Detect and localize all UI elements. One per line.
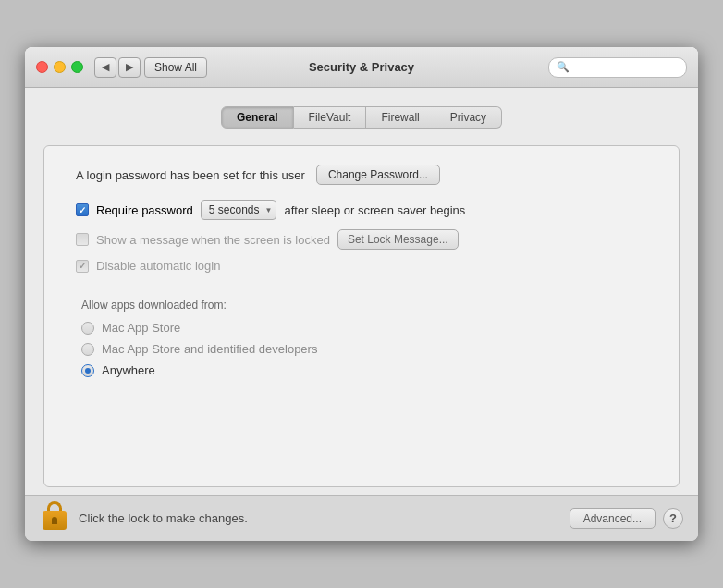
tab-filevault[interactable]: FileVault — [294, 106, 367, 129]
traffic-lights — [36, 61, 83, 73]
maximize-button[interactable] — [71, 61, 83, 73]
dropdown-value: 5 seconds — [209, 203, 260, 216]
tab-general[interactable]: General — [221, 106, 294, 129]
allow-apps-section: Allow apps downloaded from: Mac App Stor… — [67, 299, 656, 377]
lock-icon[interactable] — [40, 501, 69, 536]
radio-anywhere-label: Anywhere — [102, 363, 155, 377]
change-password-button[interactable]: Change Password... — [316, 165, 440, 185]
radio-anywhere-btn[interactable] — [81, 364, 94, 377]
search-input[interactable] — [573, 61, 679, 74]
tab-firewall[interactable]: Firewall — [366, 106, 435, 129]
disable-auto-login-checkbox[interactable] — [76, 260, 89, 273]
security-privacy-window: ◀ ▶ Show All Security & Privacy 🔍 Genera… — [25, 47, 698, 541]
advanced-button[interactable]: Advanced... — [570, 508, 656, 529]
screen-lock-checkbox[interactable] — [76, 233, 89, 246]
back-button[interactable]: ◀ — [94, 57, 116, 78]
lock-icon-area: Click the lock to make changes. — [40, 501, 570, 536]
allow-apps-label: Allow apps downloaded from: — [81, 299, 656, 312]
bottom-bar: Click the lock to make changes. Advanced… — [25, 495, 698, 541]
radio-mac-app-store-identified[interactable]: Mac App Store and identified developers — [81, 342, 656, 356]
screen-lock-row: Show a message when the screen is locked… — [67, 229, 656, 250]
help-button[interactable]: ? — [663, 508, 683, 529]
password-timeout-dropdown[interactable]: 5 seconds ▼ — [201, 200, 277, 220]
title-bar: ◀ ▶ Show All Security & Privacy 🔍 — [25, 47, 698, 88]
lock-body — [43, 511, 67, 530]
minimize-button[interactable] — [54, 61, 66, 73]
search-box[interactable]: 🔍 — [548, 57, 687, 78]
set-lock-message-button[interactable]: Set Lock Message... — [337, 229, 459, 250]
radio-mac-app-store-identified-btn[interactable] — [81, 343, 94, 356]
lock-shackle — [47, 501, 62, 512]
disable-auto-login-label: Disable automatic login — [96, 259, 220, 273]
login-password-label: A login password has been set for this u… — [76, 168, 305, 182]
radio-mac-app-store[interactable]: Mac App Store — [81, 321, 656, 335]
screen-lock-label: Show a message when the screen is locked — [96, 233, 330, 247]
window-title: Security & Privacy — [309, 60, 414, 74]
radio-anywhere[interactable]: Anywhere — [81, 363, 656, 377]
forward-button[interactable]: ▶ — [118, 57, 141, 78]
radio-mac-app-store-btn[interactable] — [81, 322, 94, 335]
require-password-checkbox[interactable] — [76, 203, 89, 216]
require-password-row: Require password 5 seconds ▼ after sleep… — [67, 200, 656, 220]
chevron-down-icon: ▼ — [265, 206, 273, 214]
after-sleep-label: after sleep or screen saver begins — [284, 203, 465, 217]
radio-mac-app-store-label: Mac App Store — [102, 321, 180, 335]
general-panel: A login password has been set for this u… — [43, 145, 680, 487]
close-button[interactable] — [36, 61, 48, 73]
show-all-button[interactable]: Show All — [144, 57, 207, 78]
bottom-right-buttons: Advanced... ? — [570, 508, 683, 529]
disable-auto-login-row: Disable automatic login — [67, 259, 656, 273]
tab-privacy[interactable]: Privacy — [435, 106, 502, 129]
nav-buttons: ◀ ▶ — [94, 57, 141, 78]
login-password-row: A login password has been set for this u… — [67, 165, 656, 185]
require-password-label: Require password — [96, 203, 193, 217]
tab-bar: General FileVault Firewall Privacy — [43, 106, 680, 129]
radio-mac-app-store-identified-label: Mac App Store and identified developers — [102, 342, 317, 356]
search-icon: 🔍 — [557, 61, 570, 73]
lock-keyhole — [52, 517, 57, 524]
lock-message: Click the lock to make changes. — [79, 511, 248, 525]
content-area: General FileVault Firewall Privacy A log… — [25, 88, 698, 495]
